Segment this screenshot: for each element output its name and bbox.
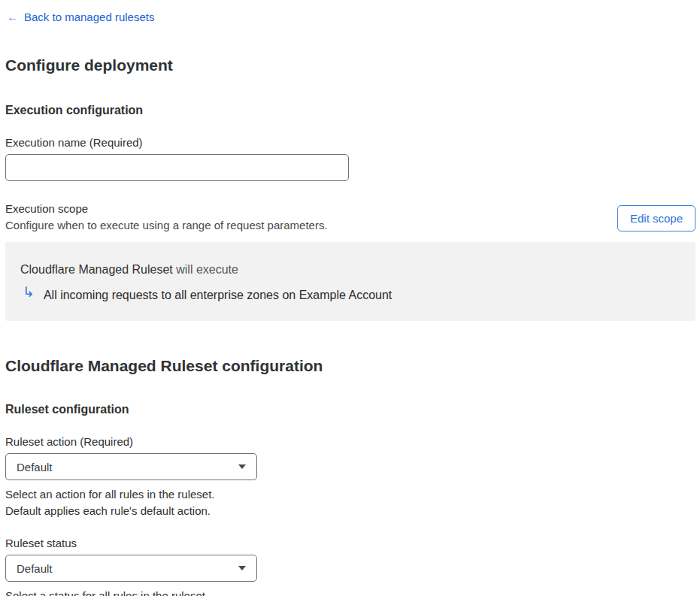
ruleset-status-select[interactable]: Default xyxy=(5,555,257,582)
scope-summary-panel: Cloudflare Managed Ruleset will execute … xyxy=(5,242,695,321)
ruleset-configuration-subheading: Ruleset configuration xyxy=(5,401,695,418)
page-title: Configure deployment xyxy=(5,54,695,76)
ruleset-name: Cloudflare Managed Ruleset xyxy=(20,263,173,276)
execution-configuration-heading: Execution configuration xyxy=(5,102,695,119)
ruleset-action-selected-value: Default xyxy=(17,461,53,473)
ruleset-status-help: Select a status for all rules in the rul… xyxy=(5,588,695,596)
ruleset-action-help-line2: Default applies each rule's default acti… xyxy=(5,503,695,519)
back-arrow-icon: ← xyxy=(7,9,19,25)
ruleset-action-label: Ruleset action (Required) xyxy=(5,434,695,449)
scope-summary-value-row: ↳ All incoming requests to all enterpris… xyxy=(20,287,680,304)
execution-scope-description: Configure when to execute using a range … xyxy=(5,217,328,234)
configure-deployment-page: ← Back to managed rulesets Configure dep… xyxy=(0,0,700,596)
back-to-managed-rulesets-link[interactable]: ← Back to managed rulesets xyxy=(5,9,154,25)
ruleset-status-selected-value: Default xyxy=(17,562,53,575)
execution-scope-row: Execution scope Configure when to execut… xyxy=(5,201,695,234)
chevron-down-icon xyxy=(238,464,246,469)
execution-name-input[interactable] xyxy=(5,154,349,181)
execution-scope-text: Execution scope Configure when to execut… xyxy=(5,201,328,234)
ruleset-status-label: Ruleset status xyxy=(5,535,695,551)
execution-name-label: Execution name (Required) xyxy=(5,135,695,150)
scope-summary-title: Cloudflare Managed Ruleset will execute xyxy=(20,262,680,277)
will-execute-text: will execute xyxy=(173,263,238,276)
scope-summary-value: All incoming requests to all enterprise … xyxy=(44,287,392,304)
back-link-label: Back to managed rulesets xyxy=(24,9,154,25)
edit-scope-button[interactable]: Edit scope xyxy=(617,205,695,231)
execution-scope-label: Execution scope xyxy=(5,201,328,217)
chevron-down-icon xyxy=(238,566,246,570)
ruleset-configuration-title: Cloudflare Managed Ruleset configuration xyxy=(5,355,695,377)
ruleset-status-help-line1: Select a status for all rules in the rul… xyxy=(5,588,695,596)
ruleset-action-help-line1: Select an action for all rules in the ru… xyxy=(5,486,695,503)
return-arrow-icon: ↳ xyxy=(23,285,35,300)
ruleset-action-help: Select an action for all rules in the ru… xyxy=(5,486,695,519)
ruleset-action-select[interactable]: Default xyxy=(5,453,257,480)
